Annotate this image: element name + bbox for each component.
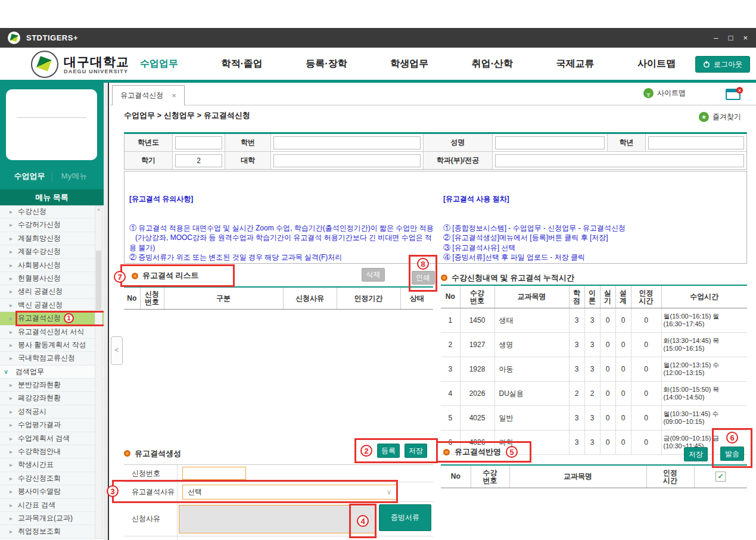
sitemap-link[interactable]: ╥ 사이트맵 bbox=[643, 88, 686, 98]
name-label: 성명 bbox=[424, 134, 493, 151]
favorites-link[interactable]: ★ 즐겨찾기 bbox=[699, 112, 741, 122]
sidebar-menu-item[interactable]: 수강신청 bbox=[0, 205, 104, 219]
minimize-button[interactable]: – bbox=[714, 33, 718, 42]
top-menu-item[interactable]: 등록·장학 bbox=[306, 58, 347, 70]
course-credit: 3 bbox=[569, 357, 584, 382]
course-table-title: 수강신청내역 및 유고결석 누적시간 bbox=[452, 273, 574, 283]
course-no: 1 bbox=[441, 308, 460, 333]
sidebar-menu-item[interactable]: 생리 공결신청 bbox=[0, 285, 104, 298]
sidebar-menu-item[interactable]: 수강학점안내 bbox=[0, 445, 104, 458]
sidebar-menu-item[interactable]: 헌혈봉사신청 bbox=[0, 272, 104, 285]
sidebar-menu-item[interactable]: 봉사이수열람 bbox=[0, 485, 104, 498]
top-menu-item[interactable]: 수업업무 bbox=[140, 58, 178, 70]
create-save-button[interactable]: 저장 bbox=[405, 444, 427, 458]
column-header: 인정 시간 bbox=[646, 465, 694, 488]
sidebar-menu-item[interactable]: 수강신청조회 bbox=[0, 472, 104, 485]
year-field[interactable] bbox=[175, 136, 222, 149]
course-table-header-row: No수강 번호교과목명학 점이 론실 기설 계인정 시간수업시간 bbox=[441, 285, 747, 308]
course-name: 일반 bbox=[494, 406, 569, 430]
app-title: STDTIGERS+ bbox=[26, 33, 78, 42]
sidebar-menu-item[interactable]: 시간표 검색 bbox=[0, 499, 104, 512]
sidebar-menu-item[interactable]: 백신 공결신청 bbox=[0, 299, 104, 312]
course-code: 1928 bbox=[460, 357, 494, 382]
student-no-field[interactable] bbox=[273, 136, 421, 149]
course-row[interactable]: 1 1450 생태 3 3 0 0 0 월(15:00~16:15) 월(16:… bbox=[441, 308, 747, 333]
select-all-checkbox[interactable]: ✓ bbox=[715, 472, 726, 482]
course-no: 2 bbox=[441, 333, 460, 357]
select-all-column-header: ✓ bbox=[694, 465, 747, 488]
course-row[interactable]: 4 2026 DU실용 2 2 0 0 0 화(15:00~15:50) 목(1… bbox=[441, 382, 747, 406]
sidebar-menu-item[interactable]: 학생시간표 bbox=[0, 458, 104, 472]
sidebar-scrollbar[interactable]: ^ bbox=[95, 206, 102, 539]
sidebar-menu-item[interactable]: 수강허가신청 bbox=[0, 219, 104, 232]
app-logo-icon bbox=[8, 32, 20, 44]
register-button[interactable]: 등록 bbox=[377, 444, 400, 458]
absence-list-table: No신청 번호구분신청사유인정기간상태 bbox=[124, 286, 433, 337]
annotation-circle-7: 7 bbox=[114, 271, 126, 283]
sidebar-menu-item[interactable]: 분반강좌현황 bbox=[0, 379, 104, 392]
print-button[interactable]: 인쇄 bbox=[412, 271, 435, 285]
course-lab: 0 bbox=[600, 333, 615, 357]
tab-close-icon[interactable]: × bbox=[172, 91, 176, 100]
top-menu-item[interactable]: 학생업무 bbox=[390, 58, 428, 70]
top-menu-item[interactable]: 학적·졸업 bbox=[222, 58, 263, 70]
close-button[interactable]: × bbox=[743, 33, 748, 42]
application-reason-textarea[interactable] bbox=[179, 505, 377, 533]
close-all-tabs-icon[interactable]: x bbox=[726, 89, 741, 100]
sidebar-menu-item[interactable]: 교과목개요(교과) bbox=[0, 512, 104, 525]
absence-apply-table: No수강 번호교과목명인정 시간✓ bbox=[441, 464, 747, 488]
sidebar-menu-item[interactable]: 사회봉사신청 bbox=[0, 259, 104, 272]
sidebar-menu-item[interactable]: 유고결석신청서 서식 bbox=[0, 326, 104, 339]
top-menu-item[interactable]: 취업·산학 bbox=[472, 58, 513, 70]
sidebar-menu-item[interactable]: 취업정보조회 bbox=[0, 525, 104, 538]
top-menu-item[interactable]: 사이트맵 bbox=[637, 58, 676, 70]
top-menu-item[interactable]: 국제교류 bbox=[556, 58, 594, 70]
course-recognized-hours: 0 bbox=[631, 308, 661, 333]
scrollbar-thumb[interactable] bbox=[96, 251, 101, 310]
sidebar-tab-mymenu[interactable]: My메뉴 bbox=[52, 171, 97, 182]
apply-save-button[interactable]: 저장 bbox=[684, 447, 708, 461]
course-recognized-hours: 0 bbox=[631, 406, 661, 430]
course-theory: 3 bbox=[584, 333, 600, 357]
course-row[interactable]: 3 1928 아동 3 3 0 0 0 월(12:00~13:15) 수(12:… bbox=[441, 357, 747, 382]
maximize-button[interactable]: □ bbox=[729, 33, 733, 42]
column-header: 수강 번호 bbox=[471, 465, 509, 488]
logout-label: 로그아웃 bbox=[714, 60, 742, 70]
sidebar-menu-item[interactable]: 성적공시 bbox=[0, 405, 104, 419]
course-row[interactable]: 5 4025 일반 3 3 0 0 0 월(10:30~11:45) 수(09:… bbox=[441, 406, 747, 430]
menu-item-label: 폐강강좌현황 bbox=[18, 394, 61, 402]
sidebar-menu-item[interactable]: 국내학점교류신청 bbox=[0, 352, 104, 365]
delete-button[interactable]: 삭제 bbox=[362, 268, 385, 282]
sidebar-menu-item[interactable]: 폐강강좌현황 bbox=[0, 392, 104, 405]
university-logo: 대구대학교 DAEGU UNIVERSITY bbox=[31, 51, 129, 78]
sidebar-menu-item[interactable]: 수업계획서 검색 bbox=[0, 432, 104, 445]
sidebar-menu-item[interactable]: 검색업무 bbox=[0, 366, 104, 379]
notice-line: ① 유고결석 적용은 대면수업 및 실시간 Zoom 수업, 학습기간(출석인정… bbox=[129, 223, 434, 233]
menu-item-label: 수강학점안내 bbox=[18, 447, 61, 455]
tab-absence-application[interactable]: 유고결석신청 × bbox=[112, 85, 185, 105]
application-no-field[interactable] bbox=[182, 467, 246, 480]
notice-line: ④ [증빙서류]선택 후 파일 업로드 - 저장 클릭 bbox=[443, 252, 742, 262]
name-field[interactable] bbox=[495, 136, 605, 149]
supporting-documents-button[interactable]: 증빙서류 bbox=[379, 504, 431, 531]
course-table: No수강 번호교과목명학 점이 론실 기설 계인정 시간수업시간 1 1450 … bbox=[441, 285, 747, 455]
term-field[interactable]: 2 bbox=[175, 154, 222, 167]
grade-field[interactable] bbox=[648, 136, 744, 149]
sidebar-menu-item[interactable]: 유고결석신청1 bbox=[0, 312, 104, 325]
scroll-up-icon[interactable]: ^ bbox=[95, 207, 102, 215]
breadcrumb: 수업업무 > 신청업무 > 유고결석신청 bbox=[124, 110, 250, 121]
logout-button[interactable]: 로그아웃 bbox=[695, 56, 750, 73]
course-row[interactable]: 2 1927 생명 3 3 0 0 0 화(13:30~14:45) 목(15:… bbox=[441, 333, 747, 357]
dept-field[interactable] bbox=[495, 154, 744, 167]
notice-procedure-title: [유고결석 사용 절차] bbox=[443, 194, 742, 204]
college-field[interactable] bbox=[273, 154, 421, 167]
sidebar-menu-item[interactable]: 수업평가결과 bbox=[0, 419, 104, 432]
sidebar-menu-item[interactable]: 계절수강신청 bbox=[0, 245, 104, 258]
sidebar-menu-item[interactable]: 계절희망신청 bbox=[0, 232, 104, 245]
sidebar-collapse-handle[interactable]: < bbox=[111, 336, 123, 365]
sitemap-label: 사이트맵 bbox=[657, 88, 686, 98]
sidebar-menu-item[interactable]: 봉사 활동계획서 작성 bbox=[0, 339, 104, 352]
send-button[interactable]: 발송 bbox=[720, 447, 744, 461]
absence-reason-select[interactable]: 선택 ∨ bbox=[182, 485, 397, 500]
sidebar-tab-business[interactable]: 수업업무 bbox=[8, 171, 52, 182]
